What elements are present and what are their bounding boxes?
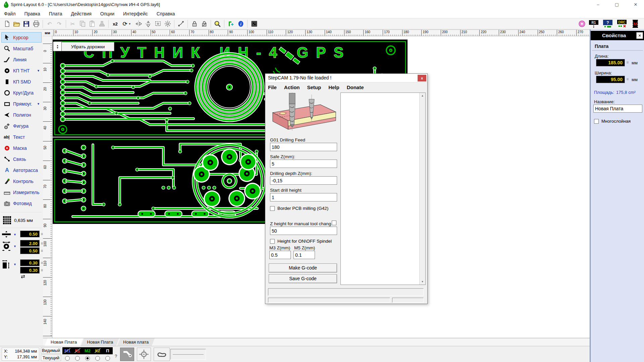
tool-circle[interactable]: Круг/Дуга (1, 87, 42, 98)
redo-button[interactable]: ↷ (55, 19, 64, 28)
tool-mask[interactable]: Маска (1, 143, 42, 153)
border-milling-checkbox[interactable] (270, 206, 275, 211)
scroll-down-icon[interactable]: ▼ (420, 279, 425, 285)
smd-height-spinner[interactable]: ↕↕ (41, 268, 43, 272)
mirror-horizontal-button[interactable] (134, 19, 143, 28)
tool-change-checkbox[interactable] (332, 221, 336, 225)
width-value[interactable]: 95.00 (596, 76, 625, 83)
crosshair-mode-button[interactable] (137, 348, 151, 361)
minimize-button[interactable]: – (590, 0, 606, 9)
selection-frame-button[interactable] (153, 19, 162, 28)
zoom-button[interactable] (213, 19, 222, 28)
chevron-down-icon[interactable]: ▼ (37, 102, 40, 106)
smd-height-value[interactable]: 0.30 (20, 267, 40, 274)
ratsnest-button[interactable] (176, 19, 185, 28)
copy-button[interactable] (78, 19, 87, 28)
menu-actions[interactable]: Действия (71, 11, 91, 16)
layer-chip[interactable]: К1 (72, 347, 83, 354)
menu-board[interactable]: Плата (49, 11, 62, 16)
smd-size-dropdown[interactable]: ▼ (13, 263, 16, 266)
lock-crossed-button[interactable] (200, 19, 209, 28)
dialog-title-bar[interactable]: StepCAM 1.79-No file loaded ! x (265, 74, 427, 82)
drilling-depth-input[interactable] (270, 176, 337, 185)
track-bend-mode-button[interactable] (120, 348, 134, 361)
layer-chip[interactable]: М2 (83, 347, 93, 354)
scroll-up-icon[interactable]: ▲ (420, 93, 425, 99)
track-width-spinner[interactable]: ↕↕ (41, 232, 43, 236)
component-query-button[interactable]: ? (601, 19, 614, 28)
dialog-menu-action[interactable]: Action (284, 84, 300, 90)
pad-drill-spinner[interactable]: ↕↕ (41, 249, 43, 252)
grid-value[interactable]: 0,635 мм (14, 218, 33, 223)
track-width-dropdown[interactable]: ▼ (13, 233, 16, 236)
dialog-menu-donate[interactable]: Donate (347, 84, 364, 90)
tool-measure[interactable]: Измеритель (1, 187, 42, 197)
tool-pad-tht[interactable]: КП ТНТ▼ (1, 65, 42, 76)
grid-button[interactable] (3, 216, 11, 225)
width-spinner[interactable]: ↕↕ (626, 77, 628, 81)
layer-radio[interactable] (83, 355, 93, 362)
tool-shape[interactable]: Фигура (1, 121, 42, 131)
drilling-feed-input[interactable] (270, 143, 337, 151)
pad-outer-spinner[interactable]: ↕↕ (41, 241, 43, 245)
m5-z-input[interactable] (293, 251, 315, 259)
rays-test-button[interactable] (163, 19, 172, 28)
undo-button[interactable]: ↶ (45, 19, 54, 28)
spindel-checkbox[interactable] (270, 239, 275, 244)
properties-close-button[interactable]: ✕ (636, 32, 643, 39)
pad-drill-value[interactable]: 0.50 (20, 247, 40, 254)
board-name-input[interactable] (593, 105, 642, 113)
menu-help[interactable]: Справка (157, 11, 175, 16)
canvas-spin-button[interactable]: ▲▼ (53, 42, 62, 51)
smd-width-value[interactable]: 0.30 (20, 259, 40, 266)
info-button[interactable] (236, 19, 245, 28)
photoview-button[interactable] (250, 19, 259, 28)
smd-width-spinner[interactable]: ↕↕ (41, 261, 43, 264)
dialog-menu-help[interactable]: Help (328, 84, 339, 90)
m3-z-input[interactable] (269, 251, 291, 259)
tool-text[interactable]: ab|Текст (1, 132, 42, 142)
tool-polygon[interactable]: Полигон (1, 110, 42, 120)
layer-chip[interactable]: К2 (93, 347, 103, 354)
tool-connection[interactable]: Связь (1, 154, 42, 164)
stamp-button[interactable] (97, 19, 106, 28)
menu-file[interactable]: Файл (4, 11, 15, 16)
maximize-button[interactable]: ▢ (608, 0, 625, 9)
cut-button[interactable]: ✂ (68, 19, 77, 28)
open-file-button[interactable] (12, 19, 21, 28)
gcode-output-list[interactable]: ▲ ▼ (340, 93, 426, 285)
dialog-close-button[interactable]: x (418, 75, 426, 81)
menu-edit[interactable]: Правка (24, 11, 40, 16)
new-file-button[interactable] (2, 19, 11, 28)
tool-control[interactable]: Контроль (1, 176, 42, 186)
board-tab[interactable]: Новая Плата (45, 338, 83, 346)
pad-size-dropdown[interactable]: ▼ (13, 245, 16, 248)
pad-outer-value[interactable]: 2.00 (20, 240, 40, 247)
menu-options[interactable]: Опции (100, 11, 114, 16)
board-tab[interactable]: Новая Плата (81, 338, 119, 346)
rotate-button[interactable]: ⟳▼ (120, 19, 133, 28)
print-button[interactable] (32, 19, 41, 28)
mask-pad-button[interactable] (577, 19, 586, 28)
layer-radio[interactable] (93, 355, 103, 362)
duplicate-x2-button[interactable]: x2 (111, 19, 120, 28)
macro-library-button[interactable]: M (629, 19, 641, 28)
tool-photoview[interactable]: Фотовид (1, 198, 42, 208)
save-gcode-button[interactable]: Save G-code (269, 274, 337, 283)
length-spinner[interactable]: ↕↕ (626, 60, 628, 64)
listbox-scrollbar[interactable]: ▲ ▼ (419, 93, 425, 285)
board-tab[interactable]: Новая плата (117, 338, 155, 346)
menu-interface[interactable]: Интерфейс (123, 11, 148, 16)
footprint-editor-button[interactable] (226, 19, 235, 28)
renumber-r1-button[interactable]: R1 (587, 19, 600, 28)
dialog-menu-setup[interactable]: Setup (307, 84, 321, 90)
layer-radio[interactable] (72, 355, 83, 362)
tool-zoom[interactable]: Масштаб (1, 43, 42, 54)
paste-button[interactable] (88, 19, 97, 28)
tool-change-height-input[interactable] (270, 227, 337, 235)
layer-chip[interactable]: М1 (62, 347, 72, 354)
lock-button[interactable] (190, 19, 199, 28)
make-gcode-button[interactable]: Make G-code (269, 263, 337, 273)
swap-values-button[interactable]: ⇄ (21, 274, 25, 280)
tool-rectangle[interactable]: Прямоуг.▼ (1, 99, 42, 109)
